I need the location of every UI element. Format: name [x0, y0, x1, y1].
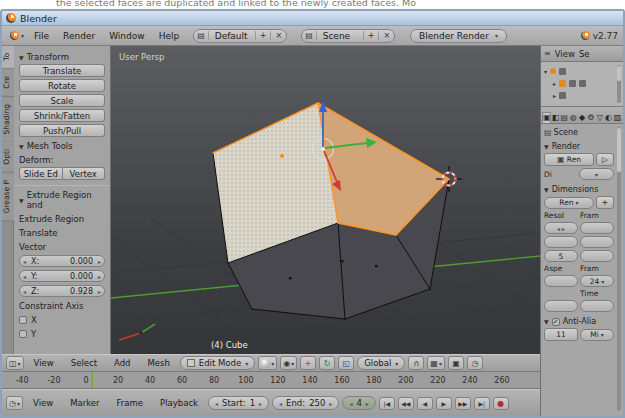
- animation-button[interactable]: ▷: [596, 153, 614, 166]
- decrement-icon[interactable]: ◂: [23, 273, 26, 280]
- decrement-icon[interactable]: ◂: [23, 258, 26, 265]
- vector-y-field[interactable]: ◂ Y: 0.000 ▸: [19, 270, 105, 282]
- viewport-3d[interactable]: User Persp (4) Cube: [111, 46, 540, 354]
- aspect-x-field[interactable]: [544, 275, 578, 287]
- tab-render-layers-icon[interactable]: ◧: [551, 113, 560, 123]
- tab-options[interactable]: Opti: [2, 142, 14, 173]
- manipulator-translate-toggle[interactable]: +: [300, 356, 316, 370]
- push-pull-button[interactable]: Push/Pull: [19, 124, 105, 137]
- screen-layout-selector[interactable]: ▤ Default + ×: [193, 29, 287, 43]
- render-engine-select[interactable]: Blender Render ▾: [410, 29, 507, 43]
- disclosure-icon[interactable]: ▸: [553, 92, 556, 99]
- jump-to-start-button[interactable]: |◀: [379, 397, 395, 410]
- disclosure-icon[interactable]: ▾: [544, 68, 547, 75]
- menu-help[interactable]: Help: [152, 31, 187, 41]
- display-select[interactable]: ▾: [579, 168, 614, 180]
- record-button[interactable]: ●: [493, 397, 509, 410]
- jump-to-end-button[interactable]: ▶|: [474, 397, 490, 410]
- translate-button[interactable]: Translate: [19, 64, 105, 77]
- render-presets-select[interactable]: Ren▾: [544, 197, 594, 209]
- timeline-menu-frame[interactable]: Frame: [110, 398, 150, 408]
- layout-name[interactable]: Default: [209, 31, 255, 41]
- delete-scene-button[interactable]: ×: [378, 31, 394, 40]
- increment-icon[interactable]: ▸: [562, 225, 565, 232]
- tab-tools[interactable]: To: [2, 46, 14, 69]
- decrement-icon[interactable]: ◂: [23, 288, 26, 295]
- scene-name[interactable]: Scene: [317, 31, 363, 41]
- frame-end-field[interactable]: [580, 236, 614, 248]
- tab-scene-icon[interactable]: ▤: [560, 113, 569, 123]
- current-frame-indicator[interactable]: [91, 372, 93, 388]
- next-keyframe-button[interactable]: ▶▶: [455, 397, 471, 410]
- constraint-x-checkbox[interactable]: X: [19, 315, 105, 325]
- tab-object-icon[interactable]: ◆: [578, 113, 587, 123]
- antialiasing-checkbox[interactable]: ✓: [552, 318, 560, 326]
- aa-filter-select[interactable]: Mi▾: [580, 329, 614, 341]
- frame-start-field[interactable]: [580, 222, 614, 234]
- tab-data-icon[interactable]: ▽: [595, 113, 604, 123]
- browse-icon[interactable]: ▤: [194, 31, 209, 40]
- vector-z-field[interactable]: ◂ Z: 0.928 ▸: [19, 285, 105, 297]
- viewport-menu-add[interactable]: Add: [107, 358, 137, 368]
- aa-samples-button[interactable]: 11: [544, 328, 578, 341]
- dimensions-panel-header[interactable]: ▼ Dimensions: [544, 185, 614, 194]
- opengl-render-anim-button[interactable]: ◷: [467, 356, 483, 370]
- viewport-menu-select[interactable]: Select: [64, 358, 104, 368]
- outliner-menu-view[interactable]: View: [555, 49, 575, 59]
- disclosure-icon[interactable]: ▸: [553, 80, 556, 87]
- outliner-row-cube[interactable]: ▸: [544, 77, 614, 89]
- browse-icon[interactable]: ▤: [302, 31, 317, 40]
- frame-start-field[interactable]: ◂ Start: 1 ▸: [208, 396, 269, 410]
- decrement-icon[interactable]: ◂: [557, 225, 560, 232]
- outliner-editor-icon[interactable]: ≡: [544, 49, 551, 58]
- vector-x-field[interactable]: ◂ X: 0.000 ▸: [19, 255, 105, 267]
- prev-keyframe-button[interactable]: ◀◀: [398, 397, 414, 410]
- transform-panel-header[interactable]: ▼ Transform: [19, 52, 105, 62]
- frame-step-field[interactable]: [580, 250, 614, 262]
- menu-window[interactable]: Window: [102, 31, 152, 41]
- time-old-field[interactable]: [580, 300, 614, 312]
- scale-button[interactable]: Scale: [19, 94, 105, 107]
- fps-field[interactable]: 24▾: [580, 275, 614, 287]
- rotate-button[interactable]: Rotate: [19, 79, 105, 92]
- mode-select[interactable]: Edit Mode ▾: [180, 356, 255, 370]
- timeline-menu-playback[interactable]: Playback: [153, 398, 205, 408]
- increment-icon[interactable]: ▸: [98, 288, 101, 295]
- viewport-menu-mesh[interactable]: Mesh: [140, 358, 176, 368]
- resolution-x-field[interactable]: ◂▸: [544, 222, 578, 234]
- manipulator-scale-toggle[interactable]: ◱: [338, 356, 354, 370]
- constraint-y-checkbox[interactable]: Y: [19, 329, 105, 339]
- blender-menu-button[interactable]: ▾: [7, 31, 27, 40]
- outliner-row-extra[interactable]: ▸: [544, 89, 614, 101]
- aspect-y-field[interactable]: [544, 300, 578, 312]
- play-reverse-button[interactable]: ◀: [417, 397, 433, 410]
- outliner-scrollbar[interactable]: [617, 65, 621, 103]
- pivot-point-select[interactable]: ◉ ▾: [280, 356, 297, 370]
- tab-render-icon[interactable]: ▣: [542, 112, 551, 123]
- tab-shading[interactable]: Shading: [2, 97, 14, 142]
- outliner-menu-search[interactable]: Se: [579, 49, 590, 59]
- add-scene-button[interactable]: +: [363, 31, 379, 40]
- slide-edge-button[interactable]: Slide Ed: [19, 167, 63, 180]
- opengl-render-button[interactable]: ▣: [448, 356, 464, 370]
- play-button[interactable]: ▶: [436, 397, 452, 410]
- manipulator-rotate-toggle[interactable]: ↻: [319, 356, 335, 370]
- delete-layout-button[interactable]: ×: [270, 31, 286, 40]
- timeline-ruler[interactable]: -40 -20 0 20 40 60 80 100 120 140 160 18…: [2, 372, 540, 389]
- checkbox-icon[interactable]: [19, 316, 27, 324]
- increment-icon[interactable]: ▸: [366, 400, 369, 407]
- tab-material-icon[interactable]: ◐: [604, 113, 613, 123]
- outliner-row-scene[interactable]: ▾: [544, 65, 614, 77]
- mesh-tools-panel-header[interactable]: ▼ Mesh Tools: [19, 141, 105, 151]
- properties-scrollbar[interactable]: [617, 127, 621, 411]
- timeline-menu-view[interactable]: View: [26, 398, 60, 408]
- resolution-percent-field[interactable]: 5: [544, 250, 578, 262]
- extrude-redo-panel-header[interactable]: ▼ Extrude Region and: [19, 190, 105, 210]
- checkbox-icon[interactable]: [19, 330, 27, 338]
- menu-file[interactable]: File: [27, 31, 56, 41]
- frame-end-field[interactable]: ◂ End: 250 ▸: [272, 396, 339, 410]
- orientation-select[interactable]: Global ▾: [357, 356, 405, 370]
- scene-selector[interactable]: ▤ Scene + ×: [301, 29, 395, 43]
- snap-element-select[interactable]: ▦ ▾: [427, 356, 445, 370]
- decrement-icon[interactable]: ◂: [349, 400, 352, 407]
